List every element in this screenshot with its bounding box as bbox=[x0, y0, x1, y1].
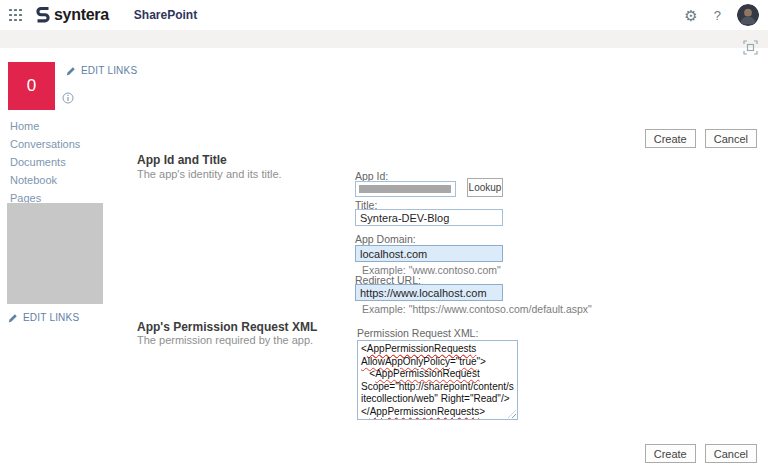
section-title-permission-xml: App's Permission Request XML bbox=[137, 320, 317, 334]
help-icon[interactable]: ? bbox=[714, 8, 721, 23]
pencil-icon bbox=[8, 313, 18, 323]
ribbon-strip bbox=[0, 30, 768, 48]
app-domain-input[interactable] bbox=[355, 245, 503, 262]
cancel-button[interactable]: Cancel bbox=[705, 129, 757, 148]
sharepoint-app-registration-page: syntera SharePoint ⚙ ? 0 EDIT bbox=[0, 0, 768, 474]
create-button[interactable]: Create bbox=[645, 444, 696, 463]
edit-links-label: EDIT LINKS bbox=[81, 65, 137, 76]
syntera-logo-icon bbox=[35, 5, 51, 25]
logo-text: syntera bbox=[54, 6, 109, 24]
settings-gear-icon[interactable]: ⚙ bbox=[684, 8, 697, 23]
site-logo-tile[interactable]: 0 bbox=[8, 62, 55, 110]
info-icon[interactable] bbox=[62, 90, 74, 102]
cancel-button[interactable]: Cancel bbox=[705, 444, 757, 463]
nav-item-home[interactable]: Home bbox=[10, 120, 80, 138]
site-image-placeholder bbox=[7, 203, 103, 304]
redirect-url-input[interactable] bbox=[355, 284, 503, 301]
section-desc-app-id: The app's identity and its title. bbox=[137, 168, 282, 180]
user-avatar[interactable] bbox=[737, 4, 759, 26]
bottom-action-buttons: Create Cancel bbox=[645, 444, 757, 463]
product-name: SharePoint bbox=[134, 8, 197, 22]
top-action-buttons: Create Cancel bbox=[645, 129, 757, 148]
redirect-url-example: Example: "https://www.contoso.com/defaul… bbox=[362, 303, 592, 315]
avatar-silhouette bbox=[737, 4, 759, 26]
nav-item-documents[interactable]: Documents bbox=[10, 156, 80, 174]
section-desc-permission-xml: The permission required by the app. bbox=[137, 334, 313, 346]
permission-xml-label: Permission Request XML: bbox=[357, 327, 478, 339]
left-navigation: Home Conversations Documents Notebook Pa… bbox=[10, 120, 80, 210]
edit-links-label: EDIT LINKS bbox=[23, 312, 79, 323]
app-domain-label: App Domain: bbox=[355, 233, 416, 245]
nav-item-conversations[interactable]: Conversations bbox=[10, 138, 80, 156]
app-id-input[interactable] bbox=[355, 181, 456, 197]
edit-links-bottom[interactable]: EDIT LINKS bbox=[8, 312, 79, 323]
top-suite-bar: syntera SharePoint ⚙ ? bbox=[0, 0, 768, 30]
focus-on-content-icon[interactable] bbox=[743, 40, 758, 55]
app-id-redacted-value bbox=[359, 185, 451, 193]
create-button[interactable]: Create bbox=[645, 129, 696, 148]
app-launcher-icon[interactable] bbox=[9, 9, 22, 22]
title-input[interactable] bbox=[355, 209, 503, 226]
lookup-button[interactable]: Lookup bbox=[467, 178, 503, 197]
permission-xml-value[interactable]: <AppPermissionRequests AllowAppOnlyPolic… bbox=[357, 340, 518, 420]
section-title-app-id: App Id and Title bbox=[137, 153, 227, 167]
syntera-logo: syntera bbox=[35, 5, 109, 25]
nav-item-notebook[interactable]: Notebook bbox=[10, 174, 80, 192]
pencil-icon bbox=[66, 66, 76, 76]
topbar-right: ⚙ ? bbox=[684, 0, 759, 30]
edit-links-top[interactable]: EDIT LINKS bbox=[66, 65, 137, 76]
